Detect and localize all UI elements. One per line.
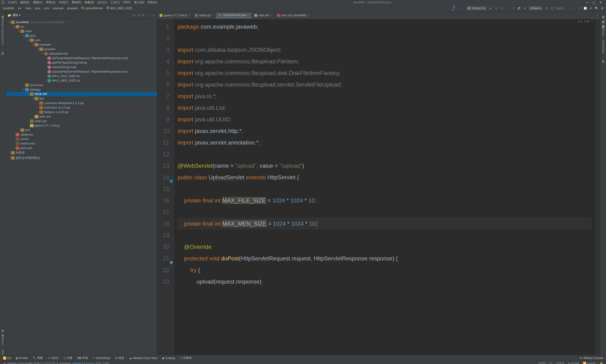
tree-libs[interactable]: ▾libs <box>6 96 157 101</box>
run-config-selector[interactable]: Tomcat 8 ▾ <box>466 6 487 10</box>
crumb-com[interactable]: com <box>43 7 50 10</box>
toolwin-alicloud[interactable]: ☁ Alibaba Cloud View <box>129 356 157 360</box>
crumb-main[interactable]: main <box>25 7 32 10</box>
user-icon[interactable]: 👤▾ <box>452 6 456 10</box>
stop-button[interactable]: ■ <box>523 6 527 10</box>
toolwin-checkstyle[interactable]: ✓ CheckStyle <box>93 356 110 360</box>
collapse-icon[interactable]: ⇱ <box>142 14 145 17</box>
crumb-field[interactable]: MAX_MEN_SIZE <box>106 6 132 10</box>
crumb-javaweb[interactable]: javaweb <box>67 7 78 10</box>
menu-edit[interactable]: 编辑(E) <box>19 0 31 5</box>
crumb-project[interactable]: JavaWeb <box>2 7 15 10</box>
tree-webxml[interactable]: web.xml <box>6 114 157 119</box>
menu-view[interactable]: 视图(V) <box>31 0 44 5</box>
tool-maven[interactable]: Maven <box>602 28 605 36</box>
jrebel-icon-1[interactable]: ▢ <box>544 6 548 10</box>
rerun-button[interactable]: ⟲ <box>511 6 515 10</box>
git-update-icon[interactable]: ↓ <box>566 6 570 10</box>
tree-example[interactable]: ▾example <box>6 42 157 47</box>
menu-window[interactable]: 窗口(W) <box>133 0 146 5</box>
code-editor[interactable]: package com.example.javaweb; import com.… <box>174 19 596 355</box>
toolwin-services[interactable]: ⚙ 服务 <box>115 356 124 360</box>
tree-main[interactable]: ▾main <box>6 29 157 33</box>
tree-webapp[interactable]: ▾webapp <box>6 87 157 92</box>
tree-jar-commonsio[interactable]: ›commons-io-2.5.jar <box>6 105 157 110</box>
crumb-java[interactable]: java <box>35 7 41 10</box>
tree-test[interactable]: ›test <box>6 128 157 132</box>
search-icon[interactable]: 🔍 <box>595 6 598 10</box>
tab-jquery[interactable]: jquery-3.7.1.min.js× <box>157 13 193 18</box>
tree-root[interactable]: ▾JavaWebD:\ProjectsFor2024\JavaWeb <box>6 20 157 24</box>
tree-java[interactable]: ▾java <box>6 33 157 38</box>
debug-button[interactable]: 🐞 <box>495 6 498 10</box>
tree-resources[interactable]: resources <box>6 83 157 87</box>
toolwin-todo[interactable]: ≡ TODO <box>48 356 58 360</box>
menu-build[interactable]: 构建(B) <box>83 0 96 5</box>
locate-icon[interactable]: ⊙ <box>133 14 135 17</box>
status-update-link[interactable]: Update Or Ignore <box>72 362 94 364</box>
back-arrow-icon[interactable]: ↙ <box>461 6 464 10</box>
tree-mvnw[interactable]: mvnw <box>6 137 157 141</box>
tool-web[interactable]: Web <box>1 350 4 355</box>
sidebar-settings-icon[interactable]: ⋮ <box>147 14 150 17</box>
toolwin-git[interactable]: 🔀 Git <box>3 356 11 360</box>
menu-help[interactable]: 帮助(H) <box>146 0 159 5</box>
override-gutter-icon[interactable]: ⬤ <box>170 256 173 268</box>
tree-javaweb[interactable]: ▾javaweb <box>6 47 157 51</box>
line-separator[interactable]: LF <box>549 362 552 364</box>
tree-mvnwcmd[interactable]: mvnw.cmd <box>6 141 157 146</box>
expand-icon[interactable]: ⇲ <box>138 14 140 17</box>
menu-tools[interactable]: 工具(T) <box>109 0 121 5</box>
crumb-example[interactable]: example <box>52 7 64 10</box>
tree-com[interactable]: ▾com <box>6 38 157 42</box>
inspection-indicator[interactable]: ⚠ 1 ⚠ 9 ^ ˅ <box>577 20 594 23</box>
lock-icon[interactable]: 🔒 <box>600 362 603 364</box>
tree-method-mkdir[interactable]: mkdir(String):void <box>6 65 157 69</box>
web-gutter-icon[interactable]: 🌐 <box>169 175 173 187</box>
git-history-icon[interactable]: 🕓 <box>583 6 587 10</box>
menu-refactor[interactable]: 重构(R) <box>70 0 83 5</box>
tree-pomxml[interactable]: pom.xml <box>6 146 157 150</box>
close-icon[interactable]: × <box>212 14 213 17</box>
project-tree[interactable]: ▾JavaWebD:\ProjectsFor2024\JavaWeb ▾src … <box>6 19 157 355</box>
menu-file[interactable]: 文件(F) <box>6 0 18 5</box>
jrebel-icon-2[interactable]: ▢ <box>550 6 554 10</box>
minimize-button[interactable]: — <box>585 0 589 4</box>
line-gutter[interactable]: 1234567891011121314🌐15161718192021⬤2223 <box>157 19 174 355</box>
tab-indexjsp[interactable]: index.jsp× <box>193 13 216 18</box>
crumb-src[interactable]: src <box>17 7 22 10</box>
close-icon[interactable]: × <box>308 14 309 17</box>
menu-run[interactable]: 运行(U) <box>96 0 109 5</box>
profile-button[interactable]: ⋯ <box>506 6 510 10</box>
run-more-icon[interactable]: 🚀 <box>517 6 521 10</box>
git-rollback-icon[interactable]: ↺ <box>589 6 593 10</box>
tree-scratch[interactable]: ›临时文件和控制台 <box>6 156 157 161</box>
maximize-button[interactable]: ▢ <box>592 0 596 4</box>
tree-method-dopost[interactable]: doPost(HttpServletRequest, HttpServletRe… <box>6 56 157 60</box>
tab-uploadservlet[interactable]: UploadServlet.java× <box>216 13 252 18</box>
tree-class-upload[interactable]: ▾UploadServlet <box>6 51 157 56</box>
coverage-button[interactable]: ⟳ <box>500 6 504 10</box>
run-button[interactable]: ▶ <box>489 6 493 10</box>
tree-webinf[interactable]: ▾WEB-INF <box>6 92 157 96</box>
tree-field-maxfile[interactable]: MAX_FILE_SIZE:int <box>6 74 157 78</box>
status-icon[interactable]: ☁ <box>3 362 6 364</box>
caret-position[interactable]: 18:55 <box>538 362 545 364</box>
git-branch[interactable]: 🔀 master <box>583 362 596 364</box>
git-push-icon[interactable]: ↗ <box>578 6 581 10</box>
tool-alibaba[interactable]: Alibaba Cloud Explorer <box>1 18 4 45</box>
git-commit-icon[interactable]: ✓ <box>572 6 576 10</box>
close-icon[interactable]: × <box>270 14 272 17</box>
sidebar-hide-icon[interactable]: — <box>152 14 155 17</box>
menu-nav[interactable]: 导航(N) <box>44 0 57 5</box>
toolwin-jrebel[interactable]: ⟳ JRebel Console <box>580 356 603 360</box>
tree-method-upload[interactable]: upload(HttpServletRequest, HttpServletRe… <box>6 69 157 74</box>
close-button[interactable]: ✕ <box>599 0 602 4</box>
tree-jar-fastjson[interactable]: ›fastjson-1.2.83.jar <box>6 110 157 114</box>
error-stripe[interactable] <box>596 19 600 355</box>
toolwin-profiler[interactable]: ◉ Profiler <box>16 356 28 360</box>
toolwin-problems[interactable]: ⚠ 问题 <box>63 356 72 360</box>
tree-gitignore[interactable]: .gitignore <box>6 132 157 137</box>
menu-git[interactable]: Git(G) <box>122 0 132 5</box>
tool-restful[interactable]: RestfulTool <box>602 40 605 53</box>
